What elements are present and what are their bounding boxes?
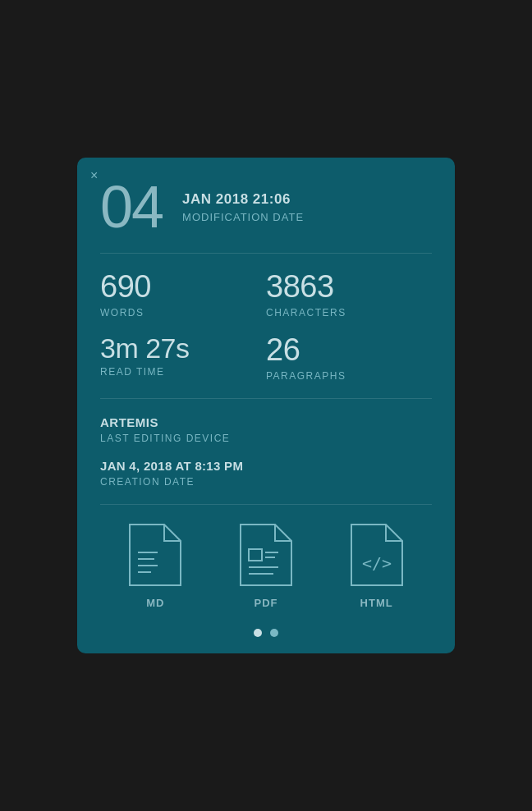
characters-stat: 3863 CHARACTERS <box>266 270 432 318</box>
read-time-value: 3m 27s <box>100 333 266 364</box>
modification-date-label: MODIFICATION DATE <box>182 211 304 223</box>
pagination <box>77 629 455 653</box>
md-label: MD <box>146 597 164 609</box>
date-info: JAN 2018 21:06 MODIFICATION DATE <box>182 191 304 223</box>
paragraphs-stat: 26 PARAGRAPHS <box>266 333 432 382</box>
dot-1[interactable] <box>254 629 262 637</box>
export-section: MD PDF </> HTML <box>77 505 455 629</box>
words-value: 690 <box>100 270 266 305</box>
pdf-file-icon <box>237 521 295 589</box>
info-card: × 04 JAN 2018 21:06 MODIFICATION DATE 69… <box>77 158 455 653</box>
export-pdf-button[interactable]: PDF <box>237 521 295 609</box>
export-md-button[interactable]: MD <box>126 521 184 609</box>
pdf-label: PDF <box>254 597 277 609</box>
device-section: ARTEMIS LAST EDITING DEVICE JAN 4, 2018 … <box>77 399 455 504</box>
creation-date: JAN 4, 2018 AT 8:13 PM <box>100 459 432 473</box>
characters-label: CHARACTERS <box>266 307 432 318</box>
md-file-icon <box>126 521 184 589</box>
dot-2[interactable] <box>270 629 278 637</box>
modification-datetime: JAN 2018 21:06 <box>182 191 304 208</box>
html-label: HTML <box>360 597 393 609</box>
device-name: ARTEMIS <box>100 415 432 429</box>
svg-text:</>: </> <box>362 553 392 573</box>
close-button[interactable]: × <box>90 169 98 182</box>
read-time-stat: 3m 27s READ TIME <box>100 333 266 382</box>
read-time-label: READ TIME <box>100 366 266 378</box>
stats-section: 690 WORDS 3863 CHARACTERS 3m 27s READ TI… <box>77 254 455 398</box>
last-editing-label: LAST EDITING DEVICE <box>100 433 432 444</box>
characters-value: 3863 <box>266 270 432 305</box>
header-section: 04 JAN 2018 21:06 MODIFICATION DATE <box>77 158 455 253</box>
day-number: 04 <box>100 177 163 236</box>
html-file-icon: </> <box>348 521 406 589</box>
paragraphs-label: PARAGRAPHS <box>266 370 432 382</box>
words-stat: 690 WORDS <box>100 270 266 318</box>
creation-date-label: CREATION DATE <box>100 476 432 488</box>
svg-rect-4 <box>249 549 262 561</box>
words-label: WORDS <box>100 307 266 318</box>
paragraphs-value: 26 <box>266 333 432 368</box>
export-html-button[interactable]: </> HTML <box>348 521 406 609</box>
